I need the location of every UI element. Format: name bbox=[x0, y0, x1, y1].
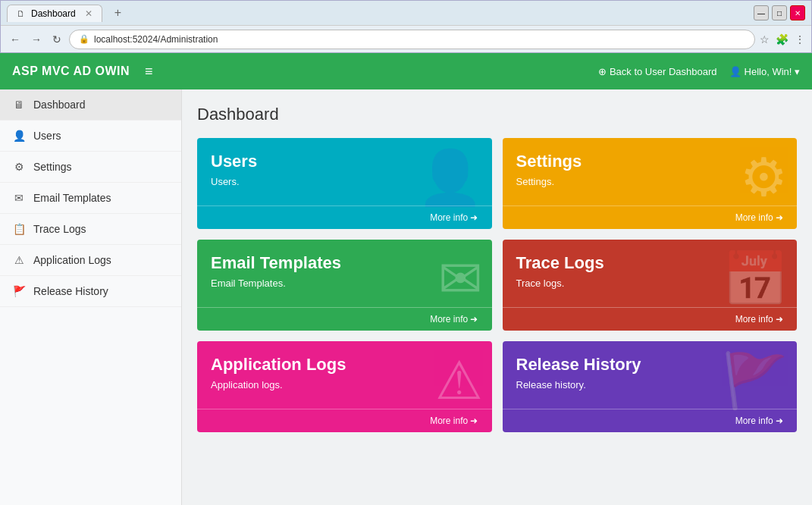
card-email-footer[interactable]: More info ➜ bbox=[197, 307, 492, 331]
card-users-subtitle: Users. bbox=[211, 176, 478, 205]
card-release-footer[interactable]: More info ➜ bbox=[503, 409, 798, 432]
card-applogs-title: Application Logs bbox=[211, 355, 478, 375]
user-icon: 👤 bbox=[729, 66, 741, 77]
card-applogs-footer[interactable]: More info ➜ bbox=[197, 409, 492, 432]
back-link-label: Back to User Dashboard bbox=[610, 66, 717, 77]
sidebar-item-dashboard[interactable]: 🖥 Dashboard bbox=[0, 89, 181, 121]
card-settings-subtitle: Settings. bbox=[516, 176, 784, 205]
card-settings-title: Settings bbox=[516, 152, 784, 171]
envelope-icon: ✉ bbox=[12, 192, 26, 204]
sidebar-label-application-logs: Application Logs bbox=[33, 254, 111, 266]
card-application-logs[interactable]: Application Logs Application logs. ⚠ Mor… bbox=[197, 341, 492, 432]
card-email-subtitle: Email Templates. bbox=[211, 278, 478, 307]
app-container: ASP MVC AD OWIN ≡ ⊕ Back to User Dashboa… bbox=[0, 53, 812, 505]
card-release-subtitle: Release history. bbox=[516, 379, 784, 409]
content-area: 🖥 Dashboard 👤 Users ⚙ Settings ✉ Email T… bbox=[0, 89, 812, 505]
nav-right: ⊕ Back to User Dashboard 👤 Hello, Win! ▾ bbox=[598, 66, 800, 77]
warning-icon: ⚠ bbox=[12, 254, 26, 266]
sidebar-label-release-history: Release History bbox=[33, 285, 108, 297]
sidebar: 🖥 Dashboard 👤 Users ⚙ Settings ✉ Email T… bbox=[0, 89, 182, 505]
lock-icon: 🔒 bbox=[79, 34, 89, 44]
card-trace-footer[interactable]: More info ➜ bbox=[503, 307, 798, 331]
sidebar-label-users: Users bbox=[33, 130, 61, 142]
new-tab-button[interactable]: + bbox=[108, 3, 127, 23]
user-menu[interactable]: 👤 Hello, Win! ▾ bbox=[729, 66, 800, 77]
card-email-templates[interactable]: Email Templates Email Templates. ✉ More … bbox=[197, 240, 492, 331]
browser-titlebar: 🗋 Dashboard ✕ + — □ ✕ bbox=[1, 1, 811, 25]
window-controls: — □ ✕ bbox=[754, 5, 805, 20]
clipboard-icon: 📋 bbox=[12, 223, 26, 235]
sidebar-item-users[interactable]: 👤 Users bbox=[0, 121, 181, 152]
sidebar-item-release-history[interactable]: 🚩 Release History bbox=[0, 276, 181, 307]
forward-nav-button[interactable]: → bbox=[28, 32, 45, 47]
address-actions: ☆ 🧩 ⋮ bbox=[760, 33, 805, 45]
sidebar-label-email-templates: Email Templates bbox=[33, 192, 111, 204]
sidebar-item-application-logs[interactable]: ⚠ Application Logs bbox=[0, 245, 181, 276]
reload-button[interactable]: ↻ bbox=[49, 32, 64, 47]
sidebar-item-email-templates[interactable]: ✉ Email Templates bbox=[0, 183, 181, 214]
bookmark-icon[interactable]: ☆ bbox=[760, 33, 770, 45]
sidebar-item-trace-logs[interactable]: 📋 Trace Logs bbox=[0, 214, 181, 245]
user-greeting: Hello, Win! ▾ bbox=[745, 66, 800, 77]
circle-arrow-icon: ⊕ bbox=[598, 66, 607, 77]
brand-title: ASP MVC AD OWIN bbox=[12, 64, 130, 78]
card-users-footer[interactable]: More info ➜ bbox=[197, 205, 492, 229]
card-release-title: Release History bbox=[516, 355, 784, 375]
gear-icon: ⚙ bbox=[12, 161, 26, 173]
more-icon[interactable]: ⋮ bbox=[795, 33, 805, 45]
minimize-button[interactable]: — bbox=[754, 5, 769, 20]
sidebar-item-settings[interactable]: ⚙ Settings bbox=[0, 152, 181, 183]
page-title: Dashboard bbox=[197, 105, 797, 124]
card-email-title: Email Templates bbox=[211, 253, 478, 273]
card-users[interactable]: Users Users. 👤 More info ➜ bbox=[197, 138, 492, 229]
close-button[interactable]: ✕ bbox=[790, 5, 805, 20]
main-content: Dashboard Users Users. 👤 More info ➜ Set… bbox=[182, 89, 812, 505]
maximize-button[interactable]: □ bbox=[772, 5, 787, 20]
tab-title: Dashboard bbox=[31, 8, 76, 19]
card-trace-title: Trace Logs bbox=[516, 253, 784, 273]
card-trace-subtitle: Trace logs. bbox=[516, 278, 784, 307]
card-applogs-subtitle: Application logs. bbox=[211, 379, 478, 409]
card-trace-logs[interactable]: Trace Logs Trace logs. 📅 More info ➜ bbox=[503, 240, 798, 331]
sidebar-label-trace-logs: Trace Logs bbox=[33, 223, 86, 235]
back-nav-button[interactable]: ← bbox=[7, 32, 24, 47]
back-to-dashboard-link[interactable]: ⊕ Back to User Dashboard bbox=[598, 66, 717, 77]
card-release-history[interactable]: Release History Release history. 🚩 More … bbox=[503, 341, 798, 432]
dashboard-grid: Users Users. 👤 More info ➜ Settings Sett… bbox=[197, 138, 797, 432]
sidebar-label-dashboard: Dashboard bbox=[33, 99, 86, 111]
card-settings[interactable]: Settings Settings. ⚙ More info ➜ bbox=[503, 138, 798, 229]
card-users-title: Users bbox=[211, 152, 478, 171]
hamburger-menu[interactable]: ≡ bbox=[142, 61, 156, 83]
browser-chrome: 🗋 Dashboard ✕ + — □ ✕ ← → ↻ 🔒 localhost:… bbox=[0, 0, 812, 53]
top-nav: ASP MVC AD OWIN ≡ ⊕ Back to User Dashboa… bbox=[0, 53, 812, 89]
address-bar-row: ← → ↻ 🔒 localhost:52024/Administration ☆… bbox=[1, 25, 811, 52]
browser-tab[interactable]: 🗋 Dashboard ✕ bbox=[7, 5, 102, 22]
user-icon: 👤 bbox=[12, 130, 26, 142]
monitor-icon: 🖥 bbox=[12, 99, 26, 111]
tab-close-button[interactable]: ✕ bbox=[85, 8, 92, 19]
flag-icon: 🚩 bbox=[12, 285, 26, 297]
address-text: localhost:52024/Administration bbox=[94, 34, 218, 45]
tab-icon: 🗋 bbox=[17, 9, 25, 18]
sidebar-label-settings: Settings bbox=[33, 161, 72, 173]
extensions-icon[interactable]: 🧩 bbox=[776, 33, 788, 45]
address-input[interactable]: 🔒 localhost:52024/Administration bbox=[69, 30, 755, 49]
card-settings-footer[interactable]: More info ➜ bbox=[503, 205, 798, 229]
